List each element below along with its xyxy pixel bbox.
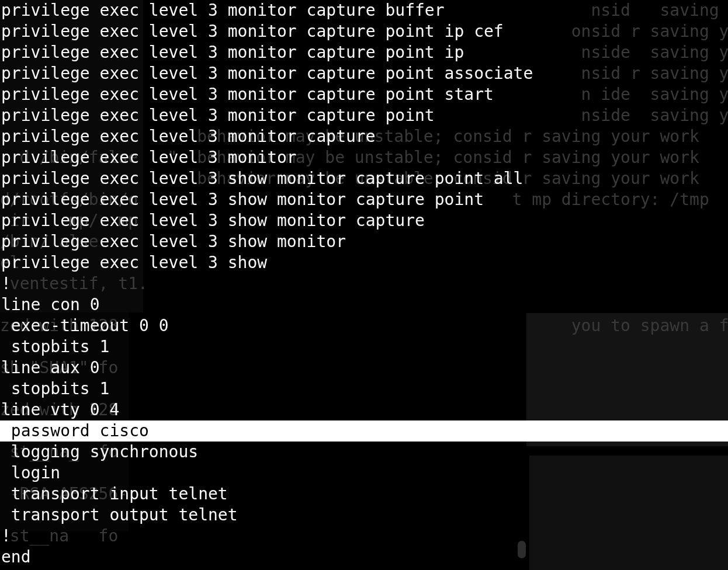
config-line: login [0,463,728,484]
config-line: privilege exec level 3 monitor capture b… [0,0,728,21]
config-line: transport output telnet [0,505,728,526]
config-line: line con 0 [0,294,728,315]
config-line-highlighted: password cisco [0,420,728,442]
config-line: stopbits 1 [0,336,728,357]
config-line: privilege exec level 3 monitor [0,147,728,168]
config-line: privilege exec level 3 monitor capture [0,126,728,147]
config-line: privilege exec level 3 monitor capture p… [0,84,728,105]
config-line: line vty 0 4 [0,399,728,420]
terminal-output[interactable]: privilege exec level 3 monitor capture b… [0,0,728,570]
cursor-line [0,568,728,570]
config-line: privilege exec level 3 show monitor capt… [0,168,728,189]
config-line: end [0,547,728,568]
config-line: privilege exec level 3 show monitor capt… [0,210,728,231]
config-line: line aux 0 [0,357,728,378]
config-line: ! [0,273,728,294]
config-line: privilege exec level 3 show monitor [0,231,728,252]
config-line: privilege exec level 3 monitor capture p… [0,105,728,126]
config-line: stopbits 1 [0,378,728,399]
config-line: privilege exec level 3 show [0,252,728,273]
config-line: privilege exec level 3 monitor capture p… [0,21,728,42]
config-line: logging synchronous [0,442,728,463]
config-line: ! [0,526,728,547]
config-line: privilege exec level 3 monitor capture p… [0,63,728,84]
config-line: transport input telnet [0,484,728,505]
config-line: exec-timeout 0 0 [0,315,728,336]
config-line: privilege exec level 3 monitor capture p… [0,42,728,63]
config-line: privilege exec level 3 show monitor capt… [0,189,728,210]
